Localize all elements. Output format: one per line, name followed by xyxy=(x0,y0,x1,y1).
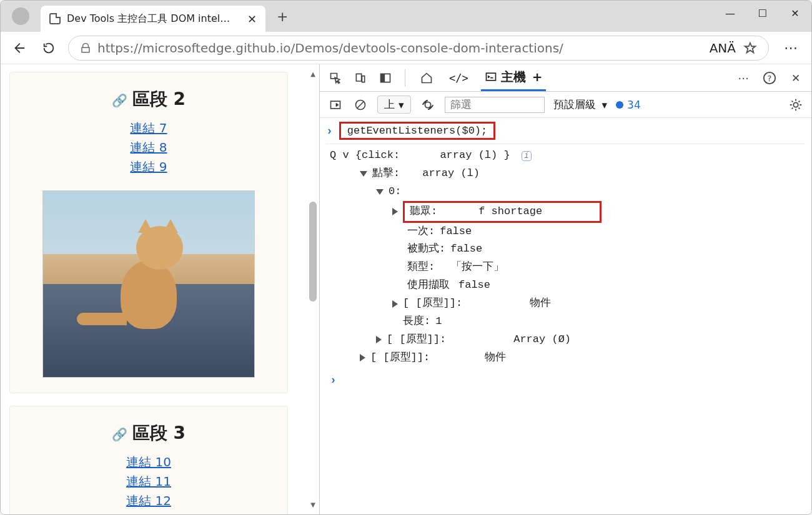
page-link[interactable]: 連結 8 xyxy=(22,139,275,156)
page-icon xyxy=(49,13,61,24)
svg-text:?: ? xyxy=(768,73,772,82)
tree-row[interactable]: 0: xyxy=(376,183,805,201)
window-maximize-button[interactable]: ☐ xyxy=(746,1,779,26)
page-content: 🔗區段 2 連結 7 連結 8 連結 9 🔗區段 3 連結 10 連結 11 連… xyxy=(1,64,319,514)
clear-console-icon[interactable] xyxy=(352,97,369,113)
tree-row[interactable]: [ [原型]]: 物件 xyxy=(392,295,805,313)
window-minimize-button[interactable]: — xyxy=(714,1,746,26)
devtools-tab-elements[interactable]: </> xyxy=(445,64,472,91)
scroll-down-arrow-icon[interactable]: ▼ xyxy=(309,501,317,508)
page-link[interactable]: 連結 7 xyxy=(22,120,275,137)
console-output: Q v {click: array (l) } i 點擊: array (l) … xyxy=(326,144,805,396)
live-expression-icon[interactable] xyxy=(420,97,436,113)
levels-label: 預設層級 xyxy=(553,97,596,112)
chevron-down-icon: ▾ xyxy=(602,99,608,111)
svg-point-6 xyxy=(425,102,430,107)
highlight-box: getEventListeners($0); xyxy=(339,122,495,140)
highlight-box: 聽眾: f shortage xyxy=(403,201,602,223)
devtools-close-icon[interactable]: ✕ xyxy=(788,70,804,86)
message-count: 34 xyxy=(627,99,641,111)
section-card-3: 🔗區段 3 連結 10 連結 11 連結 12 xyxy=(9,406,288,514)
favorite-icon[interactable] xyxy=(743,41,757,55)
tab-label: 主機 xyxy=(501,69,526,86)
devtools-more-icon[interactable]: ⋯ xyxy=(735,70,751,86)
tree-row: 被動式: false xyxy=(407,240,805,258)
tree-row: 類型: 「按一下」 xyxy=(407,258,805,277)
add-tab-plus[interactable]: + xyxy=(532,69,543,84)
context-label: 上 xyxy=(384,97,395,112)
page-scrollbar-track[interactable]: ▲ ▼ xyxy=(309,71,317,508)
console-icon xyxy=(485,71,497,83)
browser-tab[interactable]: Dev Tools 主控台工具 DOM intel… ✕ xyxy=(41,6,265,32)
prompt-chevron-icon: › xyxy=(326,125,333,137)
triangle-right-icon xyxy=(392,300,398,308)
browser-titlebar: Dev Tools 主控台工具 DOM intel… ✕ + — ☐ ✕ xyxy=(1,1,811,32)
chevron-down-icon: ▾ xyxy=(399,99,404,111)
refresh-button[interactable] xyxy=(38,37,59,59)
home-icon xyxy=(420,72,433,84)
page-link[interactable]: 連結 11 xyxy=(22,473,275,490)
devtools-tab-welcome[interactable] xyxy=(417,64,437,91)
console-input-text: getEventListeners($0); xyxy=(347,125,487,137)
window-close-button[interactable]: ✕ xyxy=(779,1,811,26)
tree-row: 長度: 1 xyxy=(392,313,805,331)
console-body: › getEventListeners($0); Q v {click: arr… xyxy=(320,118,811,514)
cat-image xyxy=(42,190,255,378)
devtools-help-icon[interactable]: ? xyxy=(761,70,778,86)
triangle-down-icon xyxy=(360,171,367,177)
message-count-badge[interactable]: 34 xyxy=(616,99,641,111)
log-levels-selector[interactable]: 預設層級 ▾ xyxy=(553,97,608,112)
close-tab-icon[interactable]: ✕ xyxy=(247,12,257,26)
section-card-2: 🔗區段 2 連結 7 連結 8 連結 9 xyxy=(9,72,288,393)
message-dot-icon xyxy=(616,101,623,109)
tree-row: 一次: false xyxy=(407,223,805,241)
info-icon[interactable]: i xyxy=(522,151,532,161)
section-heading-2: 🔗區段 2 xyxy=(22,87,275,111)
triangle-right-icon xyxy=(376,336,382,343)
section-heading-3: 🔗區段 3 xyxy=(22,421,275,445)
tree-row: 使用擷取 false xyxy=(407,277,805,295)
code-icon: </> xyxy=(449,72,468,84)
toggle-sidebar-icon[interactable] xyxy=(327,97,344,113)
page-scrollbar-thumb[interactable] xyxy=(309,202,317,302)
devtools-tabstrip: </> 主機 + ⋯ ? ✕ xyxy=(320,64,811,92)
context-selector[interactable]: 上 ▾ xyxy=(377,96,411,114)
browser-menu-button[interactable]: ⋯ xyxy=(778,40,804,56)
tab-title: Dev Tools 主控台工具 DOM intel… xyxy=(67,12,241,26)
triangle-down-icon xyxy=(376,189,384,195)
console-filter-input[interactable] xyxy=(445,97,545,113)
tree-row[interactable]: [ [原型]]: Array (Ø) xyxy=(376,331,805,349)
inspect-element-icon[interactable] xyxy=(327,70,344,86)
devtools-tab-console[interactable]: 主機 + xyxy=(481,64,547,91)
tree-row[interactable]: 點擊: array (l) xyxy=(360,165,805,183)
arrow-left-icon xyxy=(12,41,26,55)
devtools-panel: </> 主機 + ⋯ ? ✕ 上 ▾ 預設層級 ▾ xyxy=(319,64,811,514)
omnibox[interactable]: https://microsoftedge.github.io/Demos/de… xyxy=(68,36,769,61)
back-button[interactable] xyxy=(8,37,29,59)
tree-row[interactable]: [ [原型]]: 物件 xyxy=(360,349,805,367)
panel-layout-icon[interactable] xyxy=(377,70,394,86)
result-header[interactable]: Q v {click: array (l) } i xyxy=(330,147,805,165)
new-tab-button[interactable]: + xyxy=(277,9,288,24)
page-link[interactable]: 連結 12 xyxy=(22,493,275,509)
svg-line-5 xyxy=(357,102,364,108)
profile-badge[interactable]: ANÄ xyxy=(710,41,736,56)
triangle-right-icon xyxy=(360,354,365,361)
svg-rect-0 xyxy=(486,73,495,81)
lock-icon xyxy=(80,42,91,54)
device-toggle-icon[interactable] xyxy=(352,70,369,86)
svg-point-7 xyxy=(793,102,798,107)
console-input-row[interactable]: › getEventListeners($0); xyxy=(326,122,805,144)
prompt-chevron-icon[interactable]: › xyxy=(330,371,805,390)
link-icon: 🔗 xyxy=(112,427,127,442)
page-link[interactable]: 連結 10 xyxy=(22,454,275,471)
scroll-up-arrow-icon[interactable]: ▲ xyxy=(309,71,317,77)
link-icon: 🔗 xyxy=(112,93,127,108)
refresh-icon xyxy=(42,41,56,55)
page-link[interactable]: 連結 9 xyxy=(22,159,275,175)
triangle-right-icon xyxy=(392,208,398,215)
console-toolbar: 上 ▾ 預設層級 ▾ 34 xyxy=(320,92,811,118)
console-settings-icon[interactable] xyxy=(788,97,804,113)
tree-row-listener[interactable]: 聽眾: f shortage xyxy=(392,201,805,223)
profile-avatar[interactable] xyxy=(12,7,29,25)
